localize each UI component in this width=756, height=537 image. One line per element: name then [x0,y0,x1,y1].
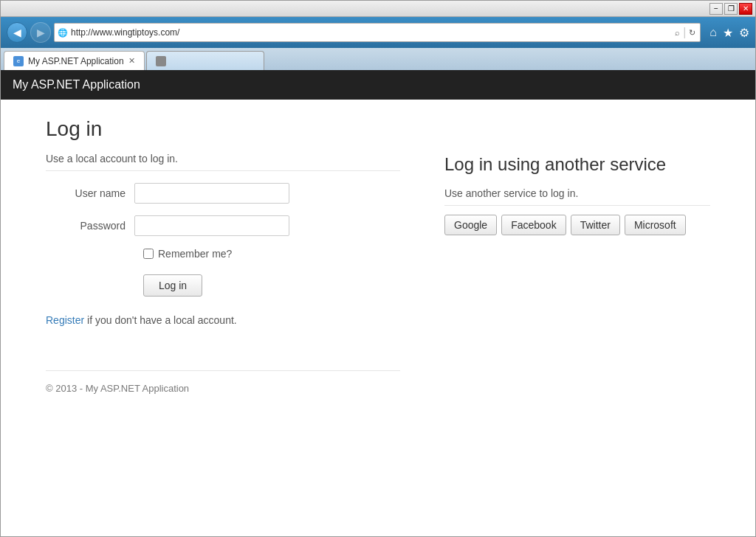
password-group: Password [46,215,400,236]
login-button[interactable]: Log in [143,274,202,297]
remember-group: Remember me? [143,248,400,260]
page-footer: © 2013 - My ASP.NET Application [46,370,400,394]
tab-favicon: e [13,56,24,66]
username-label: User name [46,187,134,199]
username-group: User name [46,183,400,204]
app-navbar: My ASP.NET Application [1,70,755,100]
window-controls: − ❐ ✕ [709,3,752,15]
page-content: Log in Use a local account to log in. Us… [1,100,755,536]
settings-icon[interactable]: ⚙ [739,26,749,40]
external-login-section: Log in using another service Use another… [444,153,710,394]
restore-button[interactable]: ❐ [724,3,738,15]
tab-close-button[interactable]: ✕ [128,56,135,66]
browser-window: − ❐ ✕ ◀ ▶ 🌐 http://www.wingtiptoys.com/ … [0,0,756,537]
title-bar: − ❐ ✕ [1,1,755,17]
inactive-tab[interactable] [146,51,264,70]
minimize-button[interactable]: − [709,3,723,15]
address-actions: ⌕ | ↻ [673,26,697,39]
external-subtitle: Use another service to log in. [444,187,710,206]
active-tab[interactable]: e My ASP.NET Application ✕ [4,51,145,70]
twitter-button[interactable]: Twitter [571,215,620,235]
home-icon[interactable]: ⌂ [709,26,717,40]
password-input[interactable] [134,215,289,236]
app-title: My ASP.NET Application [13,78,140,91]
two-column-layout: Use a local account to log in. User name… [46,153,710,394]
close-button[interactable]: ✕ [739,3,752,15]
password-label: Password [46,220,134,232]
forward-button[interactable]: ▶ [30,22,51,43]
facebook-button[interactable]: Facebook [501,215,566,235]
favorites-icon[interactable]: ★ [723,26,733,40]
page-inner: Log in Use a local account to log in. Us… [46,117,710,394]
tab-bar: e My ASP.NET Application ✕ [1,48,755,70]
url-display[interactable]: http://www.wingtiptoys.com/ [71,27,670,38]
refresh-button[interactable]: ↻ [687,28,697,38]
active-tab-label: My ASP.NET Application [28,56,124,66]
service-buttons: Google Facebook Twitter Microsoft [444,215,710,235]
search-button[interactable]: ⌕ [673,28,681,37]
remember-checkbox[interactable] [143,249,154,259]
remember-label: Remember me? [158,248,232,260]
page-icon: 🌐 [58,28,68,38]
page-heading: Log in [46,117,710,141]
google-button[interactable]: Google [444,215,497,235]
address-bar: 🌐 http://www.wingtiptoys.com/ ⌕ | ↻ [54,23,701,42]
inactive-tab-favicon [156,56,166,66]
username-input[interactable] [134,183,289,204]
microsoft-button[interactable]: Microsoft [625,215,686,235]
local-login-section: Use a local account to log in. User name… [46,153,400,394]
register-text: if you don't have a local account. [87,314,237,326]
register-link[interactable]: Register [46,314,84,326]
toolbar-right: ⌂ ★ ⚙ [704,26,749,40]
external-heading: Log in using another service [444,153,710,176]
back-button[interactable]: ◀ [7,22,27,43]
local-subtitle: Use a local account to log in. [46,153,400,171]
browser-toolbar: ◀ ▶ 🌐 http://www.wingtiptoys.com/ ⌕ | ↻ … [1,17,755,48]
register-section: Register if you don't have a local accou… [46,314,400,326]
